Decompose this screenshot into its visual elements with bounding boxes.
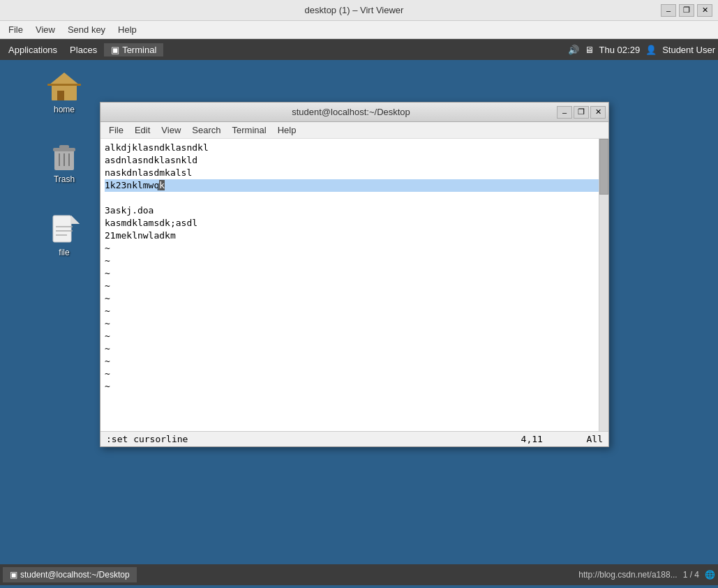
file-label: file	[59, 248, 69, 257]
terminal-content[interactable]: alkdjklasndklasndkl asdnlasndklasnkld na…	[100, 139, 608, 431]
terminal-line-0: alkdjklasndklasndkl	[105, 142, 604, 154]
username: Student User	[662, 45, 715, 55]
taskbar-left: ▣ student@localhost:~/Desktop	[3, 567, 137, 582]
virt-viewer-titlebar: desktop (1) – Virt Viewer – ❐ ✕	[0, 0, 718, 21]
gnome-panel-right: 🔊 🖥 Thu 02:29 👤 Student User	[568, 45, 715, 55]
status-position: 4,11 All	[521, 434, 603, 444]
file-icon	[47, 213, 81, 246]
terminal-line-14: ~	[105, 317, 604, 330]
home-label: home	[54, 105, 75, 114]
app-menu-bar: File View Send key Help	[0, 21, 718, 39]
terminal-line-16: ~	[105, 342, 604, 355]
status-command: :set cursorline	[106, 434, 188, 444]
terminal-line-17: ~	[105, 355, 604, 368]
taskbar-right: http://blog.csdn.net/a188... 1 / 4 🌐	[578, 570, 715, 580]
terminal-menu-file[interactable]: File	[103, 123, 129, 137]
close-button[interactable]: ✕	[697, 4, 712, 17]
terminal-menu-edit[interactable]: Edit	[129, 123, 156, 137]
terminal-line-10: ~	[105, 267, 604, 280]
terminal-line-9: ~	[105, 255, 604, 267]
taskbar-terminal-icon: ▣	[10, 570, 17, 580]
svg-rect-10	[53, 216, 71, 242]
svg-marker-2	[49, 73, 80, 85]
terminal-line-8: ~	[105, 242, 604, 255]
terminal-maximize-btn[interactable]: ❐	[574, 106, 589, 119]
taskbar-browser-icon: 🌐	[705, 570, 715, 580]
terminal-window: student@localhost:~/Desktop – ❐ ✕ File E…	[100, 102, 609, 447]
trash-icon	[47, 140, 81, 173]
menu-help[interactable]: Help	[112, 23, 142, 36]
gnome-panel: Applications Places ▣ Terminal 🔊 🖥 Thu 0…	[0, 39, 718, 60]
terminal-menu-help[interactable]: Help	[272, 123, 302, 137]
terminal-line-1: asdnlasndklasnkld	[105, 154, 604, 167]
terminal-icon: ▣	[111, 45, 119, 55]
terminal-menu-search[interactable]: Search	[186, 123, 226, 137]
window-controls: – ❐ ✕	[661, 4, 712, 17]
terminal-line-13: ~	[105, 305, 604, 317]
terminal-status-bar: :set cursorline 4,11 All	[100, 431, 608, 446]
terminal-title: student@localhost:~/Desktop	[145, 107, 557, 117]
volume-icon[interactable]: 🔊	[568, 45, 579, 55]
terminal-close-btn[interactable]: ✕	[590, 106, 606, 119]
desktop-icon-file[interactable]: file	[36, 210, 92, 260]
terminal-line-19: ~	[105, 380, 604, 393]
terminal-line-3: 1k23nklmwqk	[105, 179, 604, 192]
svg-rect-6	[59, 145, 69, 149]
desktop-icon-trash[interactable]: Trash	[36, 137, 92, 187]
user-icon: 👤	[645, 45, 657, 55]
taskbar-page-info: 1 / 4	[683, 570, 699, 580]
clock: Thu 02:29	[599, 45, 641, 55]
trash-label: Trash	[54, 174, 75, 184]
terminal-line-7: 21meklnwladkm	[105, 229, 604, 242]
taskbar-url: http://blog.csdn.net/a188...	[578, 570, 677, 580]
scrollbar[interactable]	[599, 139, 608, 431]
desktop: home Trash file	[0, 60, 718, 585]
gnome-panel-left: Applications Places ▣ Terminal	[3, 43, 163, 56]
places-menu[interactable]: Places	[64, 43, 103, 56]
terminal-btn[interactable]: ▣ Terminal	[104, 43, 163, 56]
applications-menu[interactable]: Applications	[3, 43, 63, 56]
terminal-window-controls: – ❐ ✕	[557, 106, 606, 119]
terminal-line-15: ~	[105, 330, 604, 342]
menu-view[interactable]: View	[30, 23, 61, 36]
svg-rect-3	[47, 84, 81, 86]
menu-send-key[interactable]: Send key	[62, 23, 111, 36]
svg-marker-12	[71, 216, 80, 224]
taskbar-terminal-item[interactable]: ▣ student@localhost:~/Desktop	[3, 567, 137, 582]
scrollbar-thumb[interactable]	[599, 139, 608, 195]
terminal-line-12: ~	[105, 292, 604, 305]
terminal-menu-bar: File Edit View Search Terminal Help	[100, 122, 608, 139]
window-title: desktop (1) – Virt Viewer	[47, 5, 661, 15]
terminal-title-bar: student@localhost:~/Desktop – ❐ ✕	[100, 103, 608, 122]
terminal-minimize-btn[interactable]: –	[557, 106, 572, 119]
menu-file[interactable]: File	[3, 23, 29, 36]
home-icon	[47, 70, 81, 103]
terminal-line-11: ~	[105, 280, 604, 292]
network-icon[interactable]: 🖥	[585, 45, 594, 55]
taskbar: ▣ student@localhost:~/Desktop http://blo…	[0, 564, 718, 585]
desktop-icon-home[interactable]: home	[36, 67, 92, 117]
cursor: k	[159, 180, 165, 190]
terminal-line-5: 3askj.doa	[105, 204, 604, 217]
svg-rect-1	[57, 91, 64, 100]
terminal-line-18: ~	[105, 368, 604, 380]
terminal-line-6: kasmdklamsdk;asdl	[105, 217, 604, 229]
terminal-menu-view[interactable]: View	[156, 123, 186, 137]
terminal-menu-terminal[interactable]: Terminal	[227, 123, 272, 137]
minimize-button[interactable]: –	[661, 4, 676, 17]
maximize-button[interactable]: ❐	[679, 4, 694, 17]
terminal-line-4	[105, 192, 604, 204]
terminal-line-2: naskdnlasdmkalsl	[105, 167, 604, 179]
